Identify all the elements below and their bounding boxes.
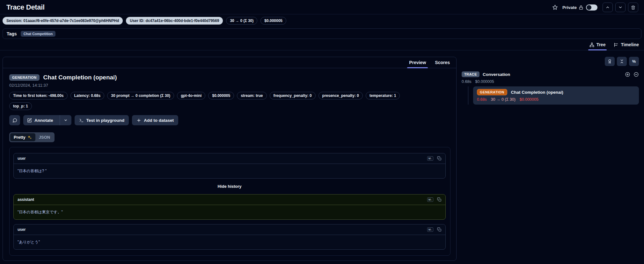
panel-tabs: Preview Scores: [3, 57, 456, 68]
message-content: "ありがとう": [14, 235, 445, 249]
annotate-label: Annotate: [34, 118, 53, 123]
next-trace-button[interactable]: [615, 3, 626, 12]
sparkles-icon: [27, 135, 32, 140]
metrics-row-2: top_p: 1: [9, 102, 450, 110]
metric-token-usage: 30 prompt → 0 completion (Σ 30): [107, 92, 174, 99]
tab-tree[interactable]: Tree: [589, 42, 606, 50]
copy-icon[interactable]: [437, 227, 442, 232]
minus-circle-icon: [633, 72, 639, 77]
copy-icon[interactable]: [437, 156, 442, 161]
prev-trace-button[interactable]: [603, 3, 613, 12]
user-id-badge[interactable]: User ID: dc47a41e-06bc-400d-bde1-f0e440d…: [126, 17, 223, 25]
top-header: Trace Detail Private: [0, 0, 644, 14]
timeline-icon: [614, 42, 618, 47]
plus-icon: [136, 118, 141, 123]
generation-latency: 0.68s: [477, 97, 487, 102]
chevron-up-icon: [605, 5, 610, 10]
message-content: "日本の首都は東京です。": [14, 205, 445, 219]
delete-trace-button[interactable]: [628, 3, 638, 12]
generation-tree-node[interactable]: GENERATION Chat Completion (openai) 0.68…: [473, 86, 639, 105]
expand-all-button[interactable]: [625, 72, 630, 77]
format-toggle: Pretty JSON: [9, 132, 55, 142]
tag-chip[interactable]: Chat Competition: [21, 31, 56, 37]
metrics-display-button[interactable]: %: [629, 57, 639, 66]
trace-cost: $0.000005: [475, 79, 494, 84]
markdown-toggle-icon[interactable]: M↓: [427, 156, 433, 161]
hide-history-toggle[interactable]: Hide history: [13, 183, 446, 190]
tree-branch: GENERATION Chat Completion (openai) 0.68…: [468, 86, 639, 105]
metric-top-p: top_p: 1: [9, 102, 32, 110]
tab-tree-label: Tree: [596, 42, 606, 47]
playground-label: Test in playground: [86, 118, 125, 123]
token-usage-badge: 30 → 0 (Σ 30): [226, 17, 257, 25]
trace-type-badge: TRACE: [462, 71, 479, 77]
annotate-button[interactable]: Annotate: [23, 115, 57, 125]
comments-button[interactable]: [9, 115, 20, 125]
tags-label: Tags: [7, 31, 17, 36]
trace-badges-row: Session: 01aaacf6-e0fe-457d-a7de-7c1ee08…: [0, 14, 644, 26]
tags-container: Tags Chat Competition: [3, 28, 641, 39]
metric-stream: stream: true: [237, 92, 267, 99]
markdown-toggle-icon[interactable]: M↓: [427, 197, 433, 202]
test-in-playground-button[interactable]: Test in playground: [75, 115, 129, 125]
format-json-segment[interactable]: JSON: [35, 133, 54, 141]
chevron-down-icon: [64, 118, 68, 122]
scores-toggle-button[interactable]: [605, 57, 615, 66]
trace-latency: 0.68s: [462, 79, 472, 84]
pretty-label: Pretty: [14, 135, 26, 140]
message-user-1: user M↓ "日本の首都は? ": [13, 153, 446, 179]
markdown-toggle-icon[interactable]: M↓: [427, 227, 433, 232]
privacy-label: Private: [562, 5, 577, 10]
terminal-icon: [79, 118, 84, 123]
metric-latency: Latency: 0.68s: [70, 92, 105, 99]
session-badge[interactable]: Session: 01aaacf6-e0fe-457d-a7de-7c1ee08…: [3, 17, 123, 25]
message-user-2: user M↓ "ありがとう": [13, 224, 446, 250]
trace-tree-root[interactable]: TRACE Conversation: [462, 71, 639, 77]
trash-icon: [631, 5, 635, 10]
page-title: Trace Detail: [6, 3, 45, 11]
chevrons-collapse-icon: [619, 59, 624, 64]
collapse-tree-button[interactable]: [633, 72, 639, 77]
message-role: assistant: [18, 197, 34, 202]
observation-title: Chat Completion (openai): [43, 74, 117, 81]
bookmark-star-button[interactable]: [551, 3, 559, 11]
tab-preview[interactable]: Preview: [409, 60, 426, 68]
metric-cost: $0.000005: [208, 92, 234, 99]
message-content: "日本の首都は? ": [14, 164, 445, 178]
message-role: user: [18, 227, 26, 232]
tree-icon: [589, 42, 594, 47]
trace-tree-sidebar: % TRACE Conversation 0.68s $0.000005: [457, 50, 644, 105]
metrics-row-1: Time to first token: -498.00s Latency: 0…: [9, 92, 450, 99]
public-toggle[interactable]: [586, 4, 597, 11]
format-pretty-segment[interactable]: Pretty: [10, 133, 35, 141]
tab-scores[interactable]: Scores: [435, 60, 450, 68]
add-to-dataset-button[interactable]: Add to dataset: [132, 115, 178, 125]
metric-presence-penalty: presence_penalty: 0: [318, 92, 363, 99]
observation-timestamp: 02/12/2024, 14:11:37: [9, 83, 450, 88]
generation-name: Chat Completion (openai): [511, 90, 563, 95]
json-label: JSON: [39, 135, 50, 140]
generation-tokens: 30 → 0 (Σ 30): [491, 97, 516, 102]
annotate-dropdown-button[interactable]: [60, 115, 71, 125]
copy-icon[interactable]: [437, 197, 442, 202]
tab-timeline[interactable]: Timeline: [614, 42, 639, 50]
cost-badge: $0.000005: [260, 17, 286, 25]
award-icon: [607, 59, 612, 64]
message-circle-icon: [12, 118, 17, 123]
messages-container: user M↓ "日本の首都は? " Hide history assistan…: [9, 147, 450, 256]
observation-type-badge: GENERATION: [9, 74, 40, 81]
metric-temperature: temperature: 1: [366, 92, 400, 99]
pen-square-icon: [27, 118, 32, 123]
toggle-knob: [587, 5, 591, 10]
annotate-split-button: Annotate: [23, 115, 71, 125]
generation-type-badge: GENERATION: [477, 89, 507, 95]
metric-frequency-penalty: frequency_penalty: 0: [270, 92, 316, 99]
message-role: user: [18, 156, 26, 161]
collapse-all-button[interactable]: [617, 57, 627, 66]
trace-metrics: 0.68s $0.000005: [462, 79, 639, 84]
trace-name: Conversation: [483, 72, 510, 77]
plus-circle-icon: [625, 72, 630, 77]
lock-icon: [579, 5, 583, 10]
add-dataset-label: Add to dataset: [144, 118, 174, 123]
actions-row: Annotate Test in playground: [9, 115, 450, 125]
